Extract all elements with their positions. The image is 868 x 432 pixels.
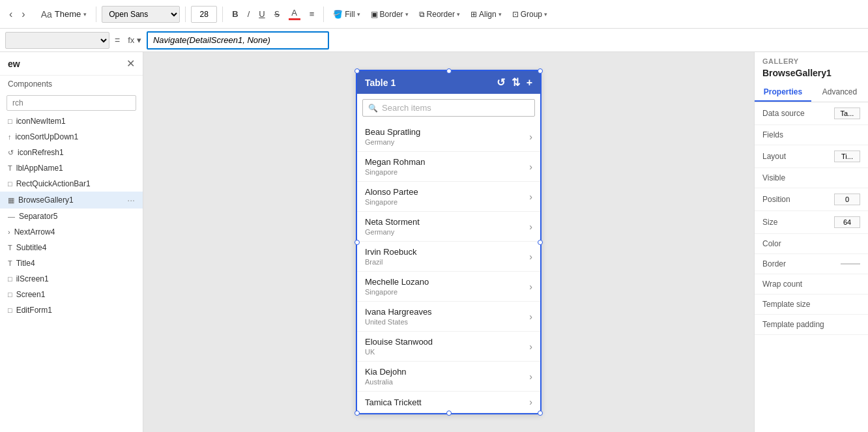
add-icon[interactable]: +: [527, 77, 532, 89]
tree-item[interactable]: □ EditForm1: [0, 302, 143, 318]
tree-item-icon: ↺: [8, 149, 14, 157]
align-text-button[interactable]: ≡: [306, 6, 319, 23]
right-tab-advanced[interactable]: Advanced: [811, 83, 868, 102]
gallery-item-arrow-icon: ›: [529, 397, 532, 407]
gallery-item-arrow-icon: ›: [529, 192, 532, 202]
tree-item[interactable]: ↺ iconRefresh1: [0, 145, 143, 160]
prop-label: Color: [762, 239, 781, 248]
align-chevron-icon: ▾: [499, 11, 502, 18]
tree-item-icon: □: [8, 306, 12, 314]
formula-dropdown[interactable]: [5, 32, 109, 49]
prop-row: Border: [755, 254, 868, 274]
tree-item-label: RectQuickActionBar1: [16, 179, 91, 188]
tree-item[interactable]: T lblAppName1: [0, 160, 143, 176]
theme-button[interactable]: Aa Theme ▾: [37, 8, 91, 21]
tree-item[interactable]: ↑ iconSortUpDown1: [0, 129, 143, 145]
tree-item-icon: □: [8, 180, 12, 188]
back-button[interactable]: ‹: [5, 6, 16, 23]
tree-item-more-icon[interactable]: ···: [127, 195, 135, 205]
gallery-item-arrow-icon: ›: [529, 341, 532, 352]
tree-item-label: BrowseGallery1: [18, 195, 74, 205]
gallery-item-arrow-icon: ›: [529, 222, 532, 232]
gallery-item[interactable]: Alonso Partee Singapore ›: [357, 182, 540, 212]
tree-item[interactable]: □ iconNewItem1: [0, 113, 143, 129]
close-panel-button[interactable]: ✕: [126, 57, 135, 70]
right-tab-properties[interactable]: Properties: [755, 83, 811, 102]
color-button[interactable]: A: [285, 6, 304, 23]
border-chevron-icon: ▾: [405, 11, 409, 18]
italic-button[interactable]: /: [244, 6, 254, 23]
group-label: Group: [521, 10, 542, 19]
sort-icon[interactable]: ⇅: [512, 76, 520, 89]
gallery-item-info: Beau Spratling Germany: [365, 127, 420, 146]
reorder-chevron-icon: ▾: [457, 11, 460, 18]
divider-3: [222, 7, 223, 22]
underline-button[interactable]: U: [255, 6, 268, 23]
prop-row: Layout Ti...: [755, 145, 868, 168]
tree-item-icon: □: [8, 275, 12, 283]
gallery-item-subtitle: United States: [365, 318, 432, 326]
resize-handle-bottom[interactable]: [446, 410, 452, 416]
gallery-item-subtitle: Singapore: [365, 288, 429, 296]
align-icon: ⊞: [470, 10, 477, 19]
group-button[interactable]: ⊡ Group ▾: [508, 6, 551, 23]
align-button[interactable]: ⊞ Align ▾: [467, 6, 506, 23]
gallery-item-subtitle: Australia: [365, 378, 407, 386]
tree-item[interactable]: T Title4: [0, 255, 143, 271]
prop-value-box: Ta...: [834, 108, 860, 119]
border-button[interactable]: ▣ Border ▾: [367, 6, 412, 23]
resize-handle-left[interactable]: [354, 240, 360, 245]
gallery-item[interactable]: Megan Rohman Singapore ›: [357, 152, 540, 182]
fx-button[interactable]: fx ▾: [125, 35, 144, 45]
gallery-item[interactable]: Kia Dejohn Australia ›: [357, 362, 540, 392]
gallery-items-container: Beau Spratling Germany › Megan Rohman Si…: [357, 122, 540, 413]
gallery-item-subtitle: Singapore: [365, 168, 426, 176]
gallery-item[interactable]: Beau Spratling Germany ›: [357, 122, 540, 152]
formula-input[interactable]: [147, 31, 329, 50]
forward-button[interactable]: ›: [18, 6, 29, 23]
resize-handle-bottom-right[interactable]: [538, 410, 543, 416]
tree-item-label: lblAppName1: [16, 164, 63, 173]
resize-handle-top[interactable]: [446, 68, 452, 74]
prop-row: Size 64: [755, 211, 868, 234]
gallery-item[interactable]: Irvin Roebuck Brazil ›: [357, 242, 540, 272]
resize-handle-bottom-left[interactable]: [354, 410, 360, 416]
tree-item-icon: T: [8, 244, 12, 252]
refresh-icon[interactable]: ↺: [497, 76, 505, 89]
fill-button[interactable]: 🪣 Fill ▾: [329, 6, 364, 23]
tree-item[interactable]: □ ilScreen1: [0, 271, 143, 287]
resize-handle-right[interactable]: [538, 240, 543, 245]
gallery-item-name: Irvin Roebuck: [365, 247, 416, 257]
tree-item[interactable]: — Separator5: [0, 209, 143, 224]
bold-button[interactable]: B: [228, 6, 242, 23]
tree-item-icon: T: [8, 259, 12, 267]
tree-item-icon: □: [8, 117, 12, 125]
gallery-item-arrow-icon: ›: [529, 311, 532, 322]
tree-item[interactable]: › NextArrow4: [0, 224, 143, 240]
gallery-item[interactable]: Mechelle Lozano Singapore ›: [357, 272, 540, 302]
border-icon: ▣: [371, 10, 378, 19]
gallery-item[interactable]: Neta Storment Germany ›: [357, 212, 540, 242]
strikethrough-button[interactable]: S̶: [270, 6, 283, 23]
gallery-item-subtitle: UK: [365, 348, 433, 356]
font-family-select[interactable]: Open Sans: [102, 6, 180, 23]
divider-4: [323, 7, 324, 22]
font-size-input[interactable]: [191, 6, 217, 23]
search-icon: 🔍: [368, 104, 378, 113]
left-search-input[interactable]: [7, 95, 136, 111]
reorder-button[interactable]: ⧉ Reorder ▾: [415, 6, 464, 23]
gallery-item[interactable]: Ivana Hargreaves United States ›: [357, 302, 540, 332]
gallery-item[interactable]: Elouise Stanwood UK ›: [357, 332, 540, 362]
group-icon: ⊡: [512, 10, 519, 19]
resize-handle-top-left[interactable]: [354, 68, 360, 74]
right-panel: GALLERY BrowseGallery1 PropertiesAdvance…: [754, 52, 868, 432]
tree-item[interactable]: □ RectQuickActionBar1: [0, 176, 143, 192]
prop-value-line: [841, 263, 860, 265]
tree-item[interactable]: T Subtitle4: [0, 240, 143, 255]
gallery-item-name: Elouise Stanwood: [365, 337, 433, 347]
gallery-search-bar[interactable]: 🔍 Search items: [362, 99, 535, 117]
tree-item[interactable]: ▦ BrowseGallery1 ···: [0, 192, 143, 209]
resize-handle-top-right[interactable]: [538, 68, 543, 74]
tree-item[interactable]: □ Screen1: [0, 287, 143, 302]
tree-item-icon: ▦: [8, 196, 14, 205]
